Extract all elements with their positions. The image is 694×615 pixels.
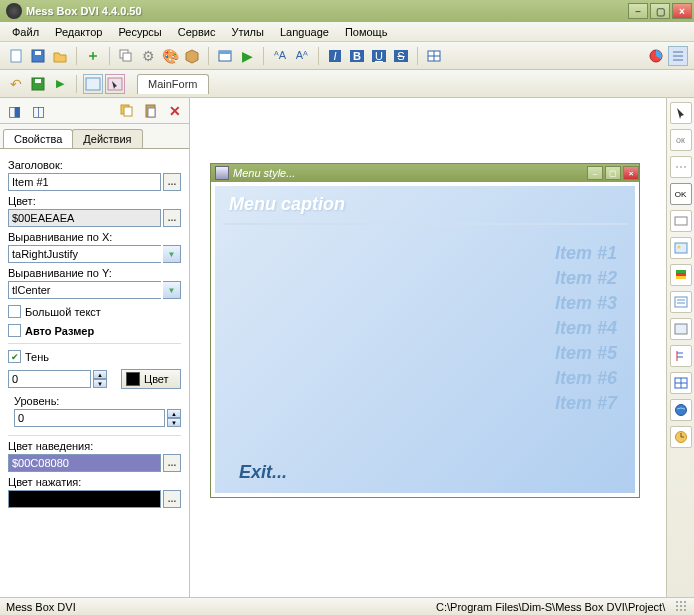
align-y-select[interactable]	[8, 281, 161, 299]
header-browse-button[interactable]: …	[163, 173, 181, 191]
document-tab-label: MainForm	[148, 78, 198, 90]
paste-icon[interactable]	[141, 101, 161, 121]
color-browse-button[interactable]: …	[163, 209, 181, 227]
menu-item[interactable]: Item #1	[555, 243, 617, 264]
label-level: Уровень:	[14, 395, 181, 407]
ok-button-tool-icon[interactable]: OK	[670, 183, 692, 205]
menu-utils[interactable]: Утилы	[223, 24, 272, 40]
menu-item[interactable]: Item #3	[555, 293, 617, 314]
menu-exit[interactable]: Exit...	[239, 462, 287, 483]
gear-icon[interactable]: ⚙	[138, 46, 158, 66]
strike-icon[interactable]: S	[391, 46, 411, 66]
level-spin-down[interactable]: ▼	[167, 418, 181, 427]
resize-grip[interactable]	[676, 601, 688, 613]
panel-tool-icon[interactable]	[670, 318, 692, 340]
tab-actions[interactable]: Действия	[72, 129, 142, 148]
svg-rect-28	[675, 297, 687, 307]
form-view-icon[interactable]	[83, 74, 103, 94]
level-spin-up[interactable]: ▲	[167, 409, 181, 418]
press-color-input[interactable]	[8, 490, 161, 508]
align-y-dropdown-button[interactable]: ▼	[163, 281, 181, 299]
header-input[interactable]	[8, 173, 161, 191]
shadow-checkbox[interactable]: ✔	[8, 350, 21, 363]
shadow-num-input[interactable]	[8, 370, 91, 388]
menu-help[interactable]: Помощь	[337, 24, 396, 40]
svg-rect-2	[35, 51, 41, 55]
menu-resources[interactable]: Ресурсы	[110, 24, 169, 40]
clock-tool-icon[interactable]	[670, 426, 692, 448]
font-increase-icon[interactable]: Aᴬ	[292, 46, 312, 66]
shadow-color-button[interactable]: Цвет	[121, 369, 181, 389]
minimize-button[interactable]: –	[628, 3, 648, 19]
bigtext-checkbox[interactable]	[8, 305, 21, 318]
align-x-dropdown-button[interactable]: ▼	[163, 245, 181, 263]
document-tab[interactable]: MainForm	[137, 74, 209, 94]
color-input[interactable]	[8, 209, 161, 227]
menu-service[interactable]: Сервис	[170, 24, 224, 40]
image-tool-icon[interactable]	[670, 237, 692, 259]
tab-properties[interactable]: Свойства	[3, 129, 73, 148]
window-icon[interactable]	[215, 46, 235, 66]
tree-icon[interactable]: ◨	[4, 101, 24, 121]
ok-label-tool-icon[interactable]: ок	[670, 129, 692, 151]
level-num-input[interactable]	[14, 409, 165, 427]
package-icon[interactable]	[182, 46, 202, 66]
svg-rect-26	[676, 273, 686, 276]
list-tool-icon[interactable]	[670, 291, 692, 313]
editbox-tool-icon[interactable]	[670, 210, 692, 232]
new-file-icon[interactable]	[6, 46, 26, 66]
menu-window-close[interactable]: ×	[623, 166, 639, 180]
list-view-icon[interactable]	[668, 46, 688, 66]
cursor-tool-icon[interactable]	[670, 102, 692, 124]
copy-icon[interactable]	[117, 101, 137, 121]
label-press-color: Цвет нажатия:	[8, 476, 181, 488]
status-left: Mess Box DVI	[6, 601, 436, 613]
menu-editor[interactable]: Редактор	[47, 24, 110, 40]
palette-icon[interactable]: 🎨	[160, 46, 180, 66]
pie-chart-icon[interactable]	[646, 46, 666, 66]
table-icon[interactable]	[424, 46, 444, 66]
flag-tool-icon[interactable]	[670, 264, 692, 286]
grid-tool-icon[interactable]	[670, 372, 692, 394]
menu-item[interactable]: Item #5	[555, 343, 617, 364]
hover-color-browse-button[interactable]: …	[163, 454, 181, 472]
menu-item[interactable]: Item #2	[555, 268, 617, 289]
italic-icon[interactable]: I	[325, 46, 345, 66]
underline-icon[interactable]: U	[369, 46, 389, 66]
menu-caption[interactable]: Menu caption	[215, 186, 635, 223]
menu-window-maximize[interactable]: ▢	[605, 166, 621, 180]
align-x-select[interactable]	[8, 245, 161, 263]
menu-window-minimize[interactable]: –	[587, 166, 603, 180]
menu-file[interactable]: Файл	[4, 24, 47, 40]
autosize-checkbox[interactable]	[8, 324, 21, 337]
bold-icon[interactable]: B	[347, 46, 367, 66]
close-button[interactable]: ×	[672, 3, 692, 19]
shadow-spin-up[interactable]: ▲	[93, 370, 107, 379]
shadow-spin-down[interactable]: ▼	[93, 379, 107, 388]
add-icon[interactable]: ＋	[83, 46, 103, 66]
nodes-icon[interactable]: ◫	[28, 101, 48, 121]
play-icon[interactable]: ▶	[237, 46, 257, 66]
save-icon[interactable]	[28, 46, 48, 66]
font-decrease-icon[interactable]: ᴬA	[270, 46, 290, 66]
delete-icon[interactable]: ✕	[165, 101, 185, 121]
globe-tool-icon[interactable]	[670, 399, 692, 421]
maximize-button[interactable]: ▢	[650, 3, 670, 19]
press-color-browse-button[interactable]: …	[163, 490, 181, 508]
menu-item[interactable]: Item #4	[555, 318, 617, 339]
design-surface[interactable]: Menu style... – ▢ × Menu caption Item #1…	[190, 98, 666, 597]
menu-item[interactable]: Item #7	[555, 393, 617, 414]
play-small-icon[interactable]: ▶	[50, 74, 70, 94]
save-green-icon[interactable]	[28, 74, 48, 94]
cursor-mode-icon[interactable]	[105, 74, 125, 94]
undo-icon[interactable]: ↶	[6, 74, 26, 94]
menu-item[interactable]: Item #6	[555, 368, 617, 389]
open-folder-icon[interactable]	[50, 46, 70, 66]
hover-color-input[interactable]	[8, 454, 161, 472]
menu-window-titlebar[interactable]: Menu style... – ▢ ×	[211, 164, 639, 182]
tree-tool-icon[interactable]	[670, 345, 692, 367]
menu-language[interactable]: Language	[272, 24, 337, 40]
menu-window[interactable]: Menu style... – ▢ × Menu caption Item #1…	[210, 163, 640, 498]
stack-icon[interactable]	[116, 46, 136, 66]
spacer-tool-icon[interactable]: ⋯	[670, 156, 692, 178]
